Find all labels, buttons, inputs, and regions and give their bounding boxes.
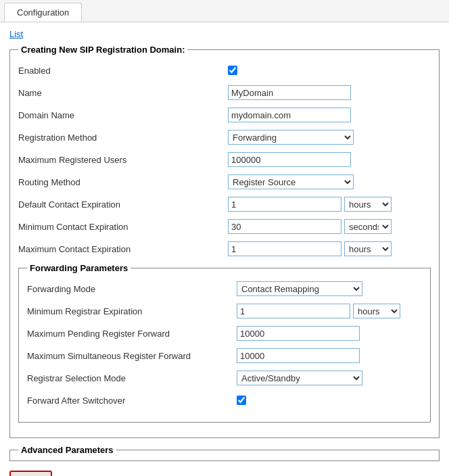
routing-method-label: Routing Method xyxy=(18,177,228,187)
min-registrar-exp-row: Minimum Registrar Expiration hours minut… xyxy=(27,302,422,320)
name-control xyxy=(228,85,351,100)
max-pending-control xyxy=(237,326,360,341)
max-simultaneous-label: Maximum Simultaneous Register Forward xyxy=(27,351,237,361)
min-contact-exp-label: Minimum Contact Expiration xyxy=(18,222,228,232)
registrar-selection-select[interactable]: Active/Standby Round Robin None xyxy=(237,371,362,385)
max-simultaneous-input[interactable] xyxy=(237,348,360,363)
domain-name-input[interactable] xyxy=(228,108,351,122)
max-users-label: Maximum Registered Users xyxy=(18,155,228,165)
registration-method-label: Registration Method xyxy=(18,133,228,143)
forward-after-row: Forward After Switchover xyxy=(27,391,422,409)
max-contact-exp-input[interactable] xyxy=(228,241,341,256)
max-simultaneous-row: Maximum Simultaneous Register Forward xyxy=(27,347,422,364)
forwarding-mode-row: Forwarding Mode Contact Remapping IP Onl… xyxy=(27,280,422,298)
min-contact-exp-input[interactable] xyxy=(228,219,341,234)
domain-name-control xyxy=(228,108,351,122)
min-registrar-exp-label: Minimum Registrar Expiration xyxy=(27,306,237,316)
forwarding-mode-label: Forwarding Mode xyxy=(27,284,237,294)
min-contact-exp-unit-select[interactable]: hours minutes seconds xyxy=(344,219,392,234)
forward-after-control xyxy=(237,396,246,405)
enabled-row: Enabled xyxy=(18,62,431,79)
routing-method-row: Routing Method Register Source Round Rob… xyxy=(18,173,431,191)
name-row: Name xyxy=(18,84,431,101)
enabled-control xyxy=(228,66,237,75)
registrar-selection-row: Registrar Selection Mode Active/Standby … xyxy=(27,369,422,387)
enabled-label: Enabled xyxy=(18,66,228,76)
forward-after-checkbox[interactable] xyxy=(237,396,246,405)
tab-bar: Configuration xyxy=(0,0,449,22)
min-registrar-exp-control: hours minutes seconds xyxy=(237,304,400,318)
default-contact-exp-input[interactable] xyxy=(228,197,341,212)
routing-method-control: Register Source Round Robin None xyxy=(228,174,354,189)
default-contact-exp-unit-select[interactable]: hours minutes seconds xyxy=(344,197,392,212)
main-content: List Creating New SIP Registration Domai… xyxy=(0,22,449,476)
forwarding-mode-select[interactable]: Contact Remapping IP Only None xyxy=(237,281,362,296)
max-users-input[interactable] xyxy=(228,152,351,167)
max-contact-exp-label: Maximum Contact Expiration xyxy=(18,244,228,254)
max-contact-exp-control: hours minutes seconds xyxy=(228,241,392,256)
enabled-checkbox[interactable] xyxy=(228,66,237,75)
default-contact-exp-label: Default Contact Expiration xyxy=(18,199,228,210)
min-contact-exp-control: hours minutes seconds xyxy=(228,219,392,234)
main-fieldset: Creating New SIP Registration Domain: En… xyxy=(9,45,440,438)
registration-method-select[interactable]: Forwarding Direct None xyxy=(228,130,354,145)
advanced-fieldset: Advanced Parameters xyxy=(9,445,440,461)
registrar-selection-label: Registrar Selection Mode xyxy=(27,373,237,383)
max-contact-exp-row: Maximum Contact Expiration hours minutes… xyxy=(18,240,431,258)
list-link[interactable]: List xyxy=(9,29,23,39)
registrar-selection-control: Active/Standby Round Robin None xyxy=(237,371,362,385)
max-users-control xyxy=(228,152,351,167)
forwarding-mode-control: Contact Remapping IP Only None xyxy=(237,281,362,296)
domain-name-label: Domain Name xyxy=(18,110,228,120)
name-label: Name xyxy=(18,88,228,98)
tab-configuration[interactable]: Configuration xyxy=(4,3,82,22)
name-input[interactable] xyxy=(228,85,351,100)
min-contact-exp-row: Minimum Contact Expiration hours minutes… xyxy=(18,218,431,235)
create-button[interactable]: Create xyxy=(9,471,52,476)
min-registrar-exp-unit-select[interactable]: hours minutes seconds xyxy=(353,304,400,318)
default-contact-exp-control: hours minutes seconds xyxy=(228,197,392,212)
default-contact-exp-row: Default Contact Expiration hours minutes… xyxy=(18,195,431,213)
advanced-fieldset-legend: Advanced Parameters xyxy=(18,445,116,455)
forward-after-label: Forward After Switchover xyxy=(27,396,237,406)
registration-method-control: Forwarding Direct None xyxy=(228,130,354,145)
min-registrar-exp-input[interactable] xyxy=(237,304,350,318)
max-pending-label: Maximum Pending Register Forward xyxy=(27,329,237,339)
max-simultaneous-control xyxy=(237,348,360,363)
domain-name-row: Domain Name xyxy=(18,106,431,124)
forwarding-fieldset: Forwarding Parameters Forwarding Mode Co… xyxy=(18,263,431,423)
max-pending-input[interactable] xyxy=(237,326,360,341)
max-users-row: Maximum Registered Users xyxy=(18,151,431,168)
registration-method-row: Registration Method Forwarding Direct No… xyxy=(18,128,431,146)
max-pending-row: Maximum Pending Register Forward xyxy=(27,325,422,342)
main-fieldset-legend: Creating New SIP Registration Domain: xyxy=(18,45,187,55)
forwarding-fieldset-legend: Forwarding Parameters xyxy=(27,263,131,273)
max-contact-exp-unit-select[interactable]: hours minutes seconds xyxy=(344,241,392,256)
routing-method-select[interactable]: Register Source Round Robin None xyxy=(228,174,354,189)
